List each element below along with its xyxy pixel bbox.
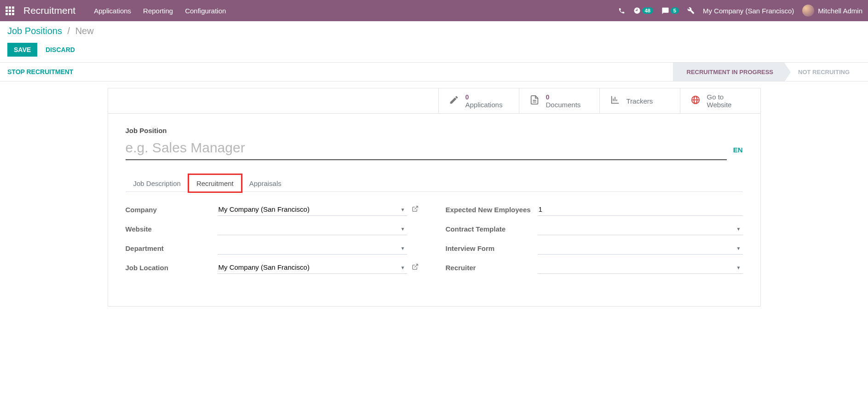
form-sheet: 0 Applications 0 Documents Trackers <box>108 88 761 307</box>
job-location-external-link-icon[interactable] <box>412 263 423 272</box>
job-position-input[interactable] <box>126 137 727 160</box>
expected-employees-field[interactable] <box>538 203 743 216</box>
user-menu[interactable]: Mitchell Admin <box>802 5 862 17</box>
website-field[interactable] <box>218 222 407 235</box>
expected-employees-label: Expected New Employees <box>446 206 533 214</box>
breadcrumb-root[interactable]: Job Positions <box>7 26 62 36</box>
apps-icon[interactable] <box>6 6 14 15</box>
tab-recruitment[interactable]: Recruitment <box>189 174 241 192</box>
stat-applications-count: 0 <box>466 93 503 101</box>
save-button[interactable]: SAVE <box>7 43 37 57</box>
stat-documents-count: 0 <box>546 93 581 101</box>
stat-documents[interactable]: 0 Documents <box>519 88 599 113</box>
job-position-label: Job Position <box>126 127 743 134</box>
breadcrumb-current: New <box>75 26 94 36</box>
svg-line-2 <box>414 206 418 209</box>
stage-tracker: RECRUITMENT IN PROGRESS NOT RECRUITING <box>673 63 861 81</box>
document-icon <box>529 95 540 107</box>
department-label: Department <box>126 244 213 252</box>
messages-icon[interactable]: 5 <box>661 7 679 15</box>
company-label: Company <box>126 206 213 214</box>
recruitment-tab-content: Company ▼ Website ▼ Department <box>126 192 743 292</box>
form-actions: SAVE DISCARD <box>7 43 861 57</box>
pencil-icon <box>449 95 459 107</box>
stop-recruitment-button[interactable]: STOP RECRUITMENT <box>7 68 73 75</box>
contract-template-label: Contract Template <box>446 225 533 233</box>
stat-website-line2: Website <box>707 101 732 109</box>
recruiter-label: Recruiter <box>446 264 533 272</box>
chart-icon <box>610 95 620 107</box>
stat-website[interactable]: Go to Website <box>680 88 760 113</box>
activity-badge: 48 <box>642 7 653 14</box>
stat-trackers-label: Trackers <box>627 97 653 105</box>
interview-form-label: Interview Form <box>446 244 533 252</box>
main-menu: Applications Reporting Configuration <box>94 7 226 15</box>
control-panel: Job Positions / New SAVE DISCARD <box>0 21 868 62</box>
contract-template-field[interactable] <box>538 222 743 235</box>
menu-applications[interactable]: Applications <box>94 7 131 15</box>
company-field[interactable] <box>218 203 407 216</box>
brand-title[interactable]: Recruitment <box>23 5 75 16</box>
menu-reporting[interactable]: Reporting <box>143 7 173 15</box>
stage-not-recruiting[interactable]: NOT RECRUITING <box>784 63 861 81</box>
menu-configuration[interactable]: Configuration <box>185 7 226 15</box>
language-toggle[interactable]: EN <box>733 146 743 160</box>
job-location-label: Job Location <box>126 264 213 272</box>
tab-job-description[interactable]: Job Description <box>126 174 189 192</box>
stat-website-line1: Go to <box>707 93 732 101</box>
tab-appraisals[interactable]: Appraisals <box>241 174 289 192</box>
debug-icon[interactable] <box>687 7 695 14</box>
form-tabs: Job Description Recruitment Appraisals <box>126 174 743 192</box>
recruiter-field[interactable] <box>538 261 743 274</box>
stage-recruitment-in-progress[interactable]: RECRUITMENT IN PROGRESS <box>673 63 785 81</box>
phone-icon[interactable] <box>618 7 625 14</box>
globe-icon <box>690 95 701 107</box>
discard-button[interactable]: DISCARD <box>46 46 75 53</box>
activity-icon[interactable]: 48 <box>633 7 653 14</box>
interview-form-field[interactable] <box>538 242 743 255</box>
svg-line-3 <box>414 264 418 267</box>
status-bar: STOP RECRUITMENT RECRUITMENT IN PROGRESS… <box>0 62 868 81</box>
stat-trackers[interactable]: Trackers <box>599 88 680 113</box>
stat-documents-label: Documents <box>546 101 581 109</box>
avatar <box>802 5 814 17</box>
department-field[interactable] <box>218 242 407 255</box>
user-name: Mitchell Admin <box>818 7 862 15</box>
company-external-link-icon[interactable] <box>412 205 423 214</box>
website-label: Website <box>126 225 213 233</box>
nav-right: 48 5 My Company (San Francisco) Mitchell… <box>618 5 862 17</box>
stat-buttons: 0 Applications 0 Documents Trackers <box>108 88 760 114</box>
breadcrumb: Job Positions / New <box>7 26 861 36</box>
messages-badge: 5 <box>671 7 679 14</box>
stat-applications[interactable]: 0 Applications <box>438 88 519 113</box>
stat-applications-label: Applications <box>466 101 503 109</box>
job-location-field[interactable] <box>218 261 407 274</box>
top-nav: Recruitment Applications Reporting Confi… <box>0 0 868 21</box>
company-selector[interactable]: My Company (San Francisco) <box>703 7 794 15</box>
